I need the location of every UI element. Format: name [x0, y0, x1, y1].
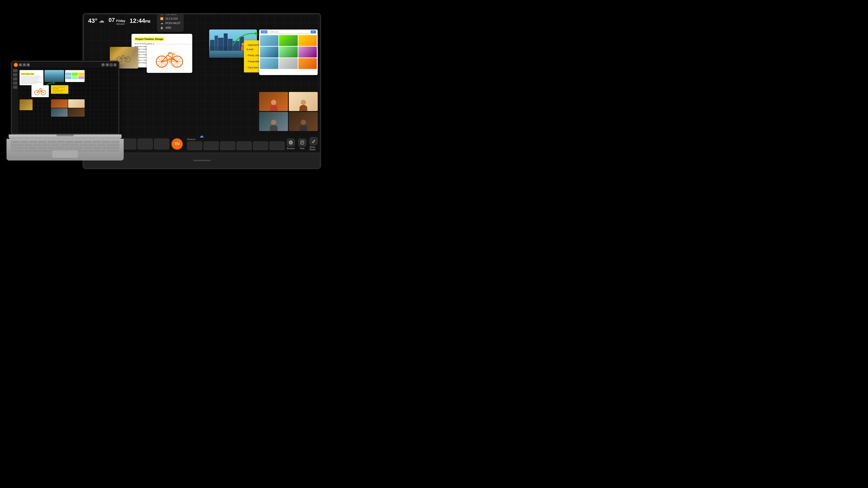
browser-search-bar[interactable]: city bike routes — [268, 30, 310, 33]
search-query: city bike routes — [270, 31, 278, 33]
browser-card: Google city bike routes 🔍 — [259, 30, 318, 75]
avatar-label: TIV — [175, 142, 180, 146]
svg-rect-35 — [169, 62, 171, 62]
google-logo: Google — [261, 30, 267, 33]
key — [93, 140, 101, 143]
laptop-sidebar-btn-4[interactable] — [13, 82, 18, 85]
key — [38, 140, 46, 143]
device-slot-2[interactable] — [204, 141, 219, 150]
note-action-btn[interactable]: Note — [299, 139, 306, 150]
device-slot-1[interactable] — [187, 141, 202, 150]
svg-line-47 — [315, 140, 315, 140]
note-action-icon — [299, 139, 306, 147]
browser-thumb-3 — [299, 35, 317, 46]
mini-browser-bar — [65, 70, 85, 72]
mini-timeline-card: Project Timeline: Design — [20, 70, 43, 85]
time-value: 12:44 — [129, 18, 145, 24]
key — [97, 143, 106, 145]
key — [106, 149, 119, 151]
location-value: The Shire — [165, 14, 177, 15]
video-cell-4 — [289, 112, 318, 131]
info-network-row: ☁ PCDV-WUJT — [160, 22, 181, 25]
browser-action-icon — [287, 139, 295, 147]
key — [56, 146, 65, 148]
time-display: 12:44PM — [129, 18, 150, 24]
devices-label: Devices — [187, 138, 285, 140]
browser-thumb-1 — [260, 35, 278, 46]
key — [111, 140, 119, 143]
taskbar-actions: Browser Note — [287, 137, 320, 151]
video-cell-2 — [289, 92, 318, 111]
device-slot-4[interactable] — [237, 141, 252, 150]
laptop-mic-btn[interactable]: 🎤 — [106, 63, 109, 66]
mini-browser-card — [65, 70, 85, 82]
mini-video-cell-1 — [51, 99, 68, 108]
key-row-1 — [11, 140, 119, 143]
bike-svg — [154, 49, 185, 69]
mini-sticky-line: - Important for commuting to work — [52, 86, 67, 88]
laptop-more-btn[interactable]: ··· — [114, 63, 117, 66]
device-slot-5[interactable] — [253, 141, 268, 150]
mini-bike-photo — [20, 99, 33, 110]
laptop-tool-3[interactable]: ⊡ — [27, 63, 30, 66]
key — [65, 146, 74, 148]
laptop-sidebar-btn-5[interactable] — [13, 86, 18, 89]
user-avatar[interactable]: TIV — [172, 138, 183, 150]
mini-browser-cell-1 — [65, 73, 71, 76]
laptop-sidebar-btn-1[interactable] — [13, 69, 18, 72]
day-name: Friday — [116, 19, 125, 23]
mini-bike-illustration-card — [31, 85, 49, 97]
info-ip-row: 📶 10.2.0.210 — [160, 17, 181, 21]
laptop-camera-btn[interactable]: 📷 — [101, 63, 105, 67]
laptop-avatar-label: TIV — [15, 64, 17, 66]
mini-city-photo — [44, 70, 64, 82]
svg-rect-63 — [40, 88, 41, 89]
month-name: January — [116, 23, 125, 25]
key — [84, 146, 92, 148]
video-conference-grid — [259, 92, 318, 131]
key-row-3 — [11, 146, 119, 148]
laptop-screen: TIV ✏ ↩ ⊡ 📷 🎤 ⬛ ··· — [12, 62, 118, 133]
laptop-sidebar — [12, 68, 19, 133]
key — [79, 143, 88, 145]
laptop-screen-btn[interactable]: ⬛ — [110, 63, 113, 66]
key — [102, 140, 110, 143]
key — [47, 146, 56, 148]
key — [29, 140, 37, 143]
info-card: ⬡ The Shire 📶 10.2.0.210 ☁ PCDV-WUJT 🔒 4… — [157, 14, 184, 32]
whiteboard-action-btn[interactable]: White Board — [310, 137, 317, 151]
timeline-title: Project Timeline: Design — [134, 37, 164, 41]
laptop-sidebar-btn-3[interactable] — [13, 77, 18, 80]
laptop-screen-outer: TIV ✏ ↩ ⊡ 📷 🎤 ⬛ ··· — [11, 61, 119, 134]
laptop-topbar: TIV ✏ ↩ ⊡ 📷 🎤 ⬛ ··· — [12, 62, 118, 68]
info-pin-row: 🔒 4485 — [160, 26, 181, 30]
key — [11, 140, 19, 143]
svg-rect-33 — [169, 58, 171, 59]
location-icon: ⬡ — [160, 14, 164, 16]
device-slot-6[interactable] — [270, 141, 285, 150]
mini-browser-cell-5 — [72, 76, 78, 79]
browser-thumb-4 — [260, 46, 278, 58]
search-button[interactable]: 🔍 — [311, 30, 316, 33]
key — [11, 146, 28, 148]
key — [11, 149, 24, 151]
laptop-content: Project Timeline: Design — [19, 68, 118, 133]
mini-timeline-lines — [21, 76, 42, 84]
device-slot-3[interactable] — [220, 141, 235, 150]
key — [24, 143, 33, 145]
temperature-display: 43° ☁ — [88, 18, 104, 24]
laptop-sidebar-btn-2[interactable] — [13, 73, 18, 76]
taskbar-slot-5[interactable] — [154, 139, 169, 150]
trackpad[interactable] — [52, 150, 78, 158]
info-location-row: ⬡ The Shire — [160, 14, 181, 16]
mini-sticky-note: - Important for commuting to work - Fami… — [51, 85, 68, 94]
laptop-tool-2[interactable]: ↩ — [23, 63, 26, 66]
browser-toolbar: Google city bike routes 🔍 — [259, 30, 318, 34]
laptop-notch — [56, 134, 74, 136]
key — [74, 140, 83, 143]
browser-action-btn[interactable]: Browser — [287, 139, 295, 150]
browser-thumb-6 — [299, 46, 317, 58]
laptop-tool-1[interactable]: ✏ — [19, 63, 22, 66]
whiteboard-action-icon — [310, 137, 317, 145]
tv-stand-indicator — [193, 160, 211, 161]
